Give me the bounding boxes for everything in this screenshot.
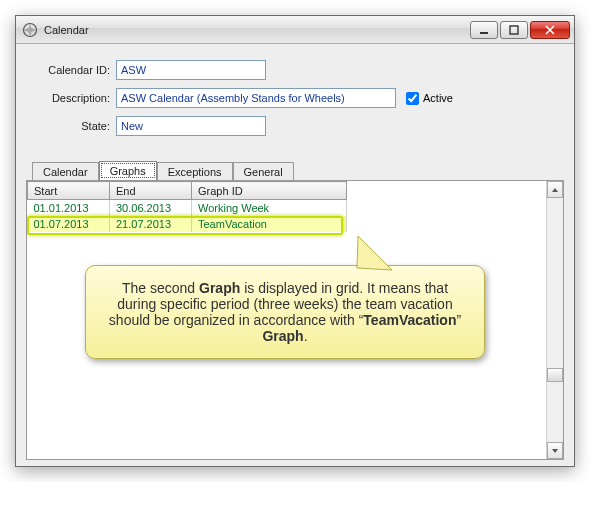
- annotation-callout: The second Graph is displayed in grid. I…: [85, 265, 485, 359]
- tab-panel-graphs: Start End Graph ID 01.01.2013 30.06.2013…: [26, 180, 564, 460]
- active-checkbox-wrap[interactable]: Active: [406, 92, 453, 105]
- tab-calendar[interactable]: Calendar: [32, 162, 99, 181]
- minimize-button[interactable]: [470, 21, 498, 39]
- client-area: Calendar ID: Description: Active State: …: [16, 44, 574, 466]
- grid-wrap: Start End Graph ID 01.01.2013 30.06.2013…: [27, 181, 546, 459]
- cell-graphid[interactable]: Working Week: [192, 200, 347, 216]
- callout-text: The second Graph is displayed in grid. I…: [109, 280, 461, 344]
- table-row[interactable]: 01.07.2013 21.07.2013 TeamVacation: [28, 216, 347, 232]
- calendar-window: Calendar Calendar ID: Description:: [15, 15, 575, 467]
- tab-general[interactable]: General: [233, 162, 294, 181]
- graphs-grid[interactable]: Start End Graph ID 01.01.2013 30.06.2013…: [27, 181, 347, 232]
- window-title: Calendar: [44, 24, 89, 36]
- maximize-button[interactable]: [500, 21, 528, 39]
- vertical-scrollbar[interactable]: [546, 181, 563, 459]
- cell-graphid[interactable]: TeamVacation: [192, 216, 347, 232]
- svg-rect-1: [480, 32, 488, 34]
- active-label: Active: [423, 92, 453, 104]
- state-label: State:: [36, 120, 116, 132]
- tab-graphs[interactable]: Graphs: [99, 161, 157, 180]
- header-form: Calendar ID: Description: Active State:: [26, 52, 564, 158]
- description-label: Description:: [36, 92, 116, 104]
- cell-start[interactable]: 01.01.2013: [28, 200, 110, 216]
- callout-tail-icon: [356, 234, 416, 274]
- col-start[interactable]: Start: [28, 182, 110, 200]
- scroll-thumb[interactable]: [547, 368, 563, 382]
- scroll-track[interactable]: [547, 198, 563, 442]
- svg-rect-2: [510, 26, 518, 34]
- chevron-down-icon: [551, 447, 559, 455]
- cell-end[interactable]: 30.06.2013: [110, 200, 192, 216]
- table-row[interactable]: 01.01.2013 30.06.2013 Working Week: [28, 200, 347, 216]
- scroll-down-button[interactable]: [547, 442, 563, 459]
- calendar-id-input[interactable]: [116, 60, 266, 80]
- chevron-up-icon: [551, 186, 559, 194]
- tab-exceptions[interactable]: Exceptions: [157, 162, 233, 181]
- col-graphid[interactable]: Graph ID: [192, 182, 347, 200]
- cell-start[interactable]: 01.07.2013: [28, 216, 110, 232]
- active-checkbox[interactable]: [406, 92, 419, 105]
- cell-end[interactable]: 21.07.2013: [110, 216, 192, 232]
- window-controls: [470, 21, 570, 39]
- app-icon: [22, 22, 38, 38]
- calendar-id-label: Calendar ID:: [36, 64, 116, 76]
- close-button[interactable]: [530, 21, 570, 39]
- state-input[interactable]: [116, 116, 266, 136]
- description-input[interactable]: [116, 88, 396, 108]
- grid-header-row: Start End Graph ID: [28, 182, 347, 200]
- scroll-up-button[interactable]: [547, 181, 563, 198]
- col-end[interactable]: End: [110, 182, 192, 200]
- titlebar: Calendar: [16, 16, 574, 44]
- tabs-bar: Calendar Graphs Exceptions General: [26, 158, 564, 180]
